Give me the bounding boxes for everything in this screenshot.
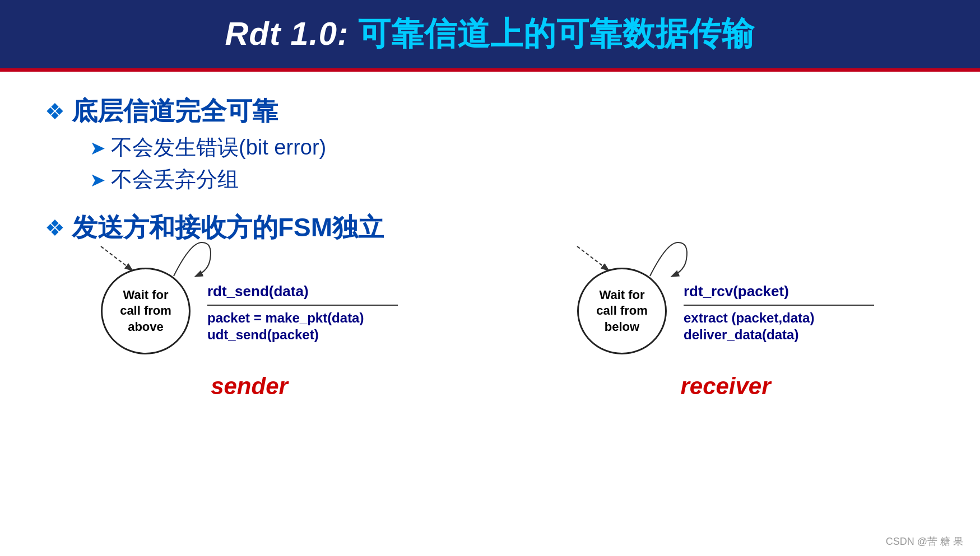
- main-bullet-text-2: 发送方和接收方的FSM独立: [72, 211, 384, 245]
- sender-label: sender: [211, 373, 288, 400]
- receiver-fsm: Wait forcall frombelow rdt_rcv(packet) e…: [577, 268, 874, 400]
- main-bullet-1: ❖ 底层信道完全可靠: [45, 94, 935, 129]
- svg-line-0: [101, 246, 132, 270]
- svg-line-1: [577, 246, 608, 270]
- sub-bullets-1: ➤ 不会发生错误(bit error) ➤ 不会丢弃分组: [90, 133, 935, 194]
- sender-action-1: packet = make_pkt(data): [207, 310, 398, 326]
- receiver-state-wrapper: Wait forcall frombelow: [577, 268, 672, 357]
- receiver-state-text: Wait forcall frombelow: [596, 287, 648, 335]
- watermark: CSDN @苦 糖 果: [886, 535, 963, 548]
- slide: Rdt 1.0: 可靠信道上的可靠数据传输 ❖ 底层信道完全可靠 ➤ 不会发生错…: [0, 0, 980, 556]
- receiver-divider: [684, 305, 874, 306]
- diamond-icon-2: ❖: [45, 217, 65, 239]
- sender-transition: rdt_send(data) packet = make_pkt(data) u…: [207, 283, 398, 343]
- sub-bullet-text-1: 不会发生错误(bit error): [111, 133, 326, 162]
- sender-state-wrapper: Wait forcall fromabove: [101, 268, 196, 357]
- sub-bullet-1: ➤ 不会发生错误(bit error): [90, 133, 935, 162]
- slide-title: Rdt 1.0: 可靠信道上的可靠数据传输: [34, 12, 946, 56]
- receiver-action-1: extract (packet,data): [684, 310, 874, 326]
- slide-header: Rdt 1.0: 可靠信道上的可靠数据传输: [0, 0, 980, 72]
- sender-fsm: Wait forcall fromabove rdt_send(data) pa…: [101, 268, 398, 400]
- arrow-icon-1: ➤: [90, 137, 105, 159]
- receiver-label: receiver: [680, 373, 770, 400]
- sender-fsm-visual: Wait forcall fromabove rdt_send(data) pa…: [101, 268, 398, 357]
- receiver-condition: rdt_rcv(packet): [684, 283, 874, 300]
- sender-divider: [207, 305, 398, 306]
- title-en: Rdt 1.0:: [225, 15, 349, 52]
- diagrams-row: Wait forcall fromabove rdt_send(data) pa…: [45, 268, 935, 400]
- receiver-action-2: deliver_data(data): [684, 327, 874, 343]
- sender-self-loop: [157, 237, 213, 282]
- receiver-actions: extract (packet,data) deliver_data(data): [684, 310, 874, 343]
- main-bullet-text-1: 底层信道完全可靠: [72, 94, 278, 129]
- diamond-icon-1: ❖: [45, 100, 65, 123]
- receiver-self-loop: [633, 237, 689, 282]
- sender-actions: packet = make_pkt(data) udt_send(packet): [207, 310, 398, 343]
- bullet-section-1: ❖ 底层信道完全可靠 ➤ 不会发生错误(bit error) ➤ 不会丢弃分组: [45, 94, 935, 199]
- slide-content: ❖ 底层信道完全可靠 ➤ 不会发生错误(bit error) ➤ 不会丢弃分组 …: [0, 72, 980, 556]
- title-cn: 可靠信道上的可靠数据传输: [358, 15, 755, 52]
- sender-action-2: udt_send(packet): [207, 327, 398, 343]
- sub-bullet-2: ➤ 不会丢弃分组: [90, 165, 935, 194]
- receiver-fsm-visual: Wait forcall frombelow rdt_rcv(packet) e…: [577, 268, 874, 357]
- receiver-transition: rdt_rcv(packet) extract (packet,data) de…: [684, 283, 874, 343]
- sender-state-text: Wait forcall fromabove: [120, 287, 171, 335]
- sender-condition: rdt_send(data): [207, 283, 398, 300]
- arrow-icon-2: ➤: [90, 169, 105, 191]
- sub-bullet-text-2: 不会丢弃分组: [111, 165, 239, 194]
